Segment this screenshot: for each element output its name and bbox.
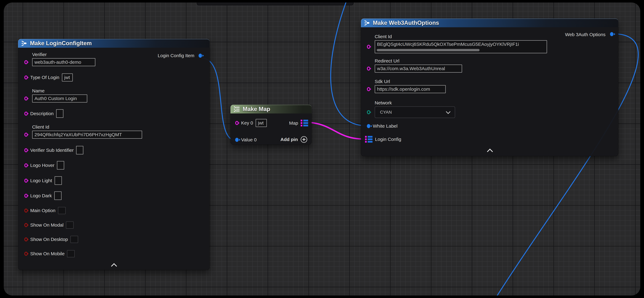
pin-label: White Label [373,123,398,129]
add-pin-plus-icon [301,136,307,143]
pin-label: Sdk Url [375,79,446,84]
pin-label: Show On Mobile [30,251,64,256]
main-option-checkbox[interactable] [58,207,66,214]
logo-light-field[interactable] [54,176,62,185]
offscreen-node-edge [197,2,354,5]
make-struct-icon [21,40,28,46]
client-id-field[interactable] [32,130,142,139]
collapse-node-chevron-icon[interactable] [487,148,493,154]
pin-label: Logo Dark [30,193,52,198]
pin-label: Logo Light [30,178,52,184]
input-pin-login-config[interactable] [365,136,372,143]
network-selected-value: CYAN [380,110,392,115]
input-pin-network[interactable] [367,110,370,114]
show-on-desktop-checkbox[interactable] [70,236,78,243]
output-pin-label: Web 3Auth Options [565,32,606,37]
add-pin-button[interactable]: Add pin [280,136,307,143]
node-title: Make Map [243,106,270,112]
input-pin-verifier-sub-identifier[interactable] [24,148,28,152]
input-pin-main-option[interactable] [24,208,28,212]
input-pin-redirect-url[interactable] [367,66,370,70]
node-make-map: Make Map Key 0 Map Value 0 Add pin [230,105,312,145]
pin-label: Type Of Login [30,75,60,80]
input-pin-value0[interactable] [235,138,238,142]
output-pin-label: Map [289,120,298,126]
wire-map-to-login-config[interactable] [304,122,364,139]
make-struct-icon [364,20,370,26]
input-pin-verifier[interactable] [24,60,28,64]
description-field[interactable] [56,109,64,118]
input-pin-client-id[interactable] [367,45,370,49]
logo-hover-field[interactable] [57,161,64,170]
input-pin-type-of-login[interactable] [24,76,28,80]
input-pin-logo-dark[interactable] [24,194,28,198]
input-pin-logo-hover[interactable] [24,163,28,168]
client-id-field[interactable]: BEglQSgt4cUWcj6SKRdu5QkOXTsePmMcusG5EAoy… [375,40,547,53]
pin-label: Main Option [30,208,56,213]
input-pin-logo-light[interactable] [24,178,28,183]
collapse-node-chevron-icon[interactable] [111,263,117,269]
input-pin-name[interactable] [24,96,28,100]
chevron-down-icon [446,109,450,114]
name-field[interactable] [32,94,87,102]
input-pin-show-on-modal[interactable] [24,223,28,227]
pin-label: Client Id [375,34,547,40]
add-pin-label: Add pin [280,137,298,142]
node-make-web3authoptions: Make Web3AuthOptions Web 3Auth Options C… [361,18,618,156]
network-dropdown[interactable]: CYAN [375,106,455,118]
verifier-sub-identifier-field[interactable] [76,146,84,154]
input-pin-key0[interactable] [235,121,238,125]
pin-label: Verifier [32,52,96,57]
logo-dark-field[interactable] [54,192,62,200]
output-pin-login-config-item[interactable] [198,54,202,58]
client-id-value: BEglQSgt4cUWcj6SKRdu5QkOXTsePmMcusG5EAoy… [377,41,519,48]
show-on-mobile-checkbox[interactable] [67,250,75,257]
redirect-url-field[interactable] [375,64,462,73]
node-title: Make Web3AuthOptions [373,20,439,26]
node-make-web3authoptions-header[interactable]: Make Web3AuthOptions [361,18,618,27]
horizontal-scrollbar-thumb[interactable] [377,49,480,51]
node-make-loginconfigitem-header[interactable]: Make LoginConfigItem [18,39,210,48]
input-pin-show-on-mobile[interactable] [24,252,28,256]
make-map-icon [233,106,240,112]
pin-label: Show On Desktop [30,236,68,242]
pin-label: Logo Hover [30,162,54,168]
pin-label: Network [375,100,455,106]
input-pin-show-on-desktop[interactable] [24,237,28,242]
blueprint-graph-canvas[interactable]: Make LoginConfigItem Login Config Item V… [4,2,640,296]
pin-label: Value 0 [241,137,257,142]
pin-label: Client Id [32,124,142,130]
pin-label: Description [30,111,54,116]
pin-label: Name [32,88,87,94]
input-pin-white-label[interactable] [367,124,370,128]
pin-label: Key 0 [241,120,253,126]
input-pin-description[interactable] [24,112,28,116]
node-make-map-header[interactable]: Make Map [230,105,312,114]
key0-field[interactable] [256,119,267,127]
pin-label: Show On Modal [30,222,64,228]
pin-label: Verifier Sub Identifier [30,148,74,153]
pin-label: Login Config [375,136,401,142]
node-make-loginconfigitem: Make LoginConfigItem Login Config Item V… [18,39,210,270]
output-pin-web3auth-options[interactable] [610,32,614,36]
node-title: Make LoginConfigItem [30,40,92,46]
input-pin-client-id[interactable] [24,133,28,137]
output-pin-label: Login Config Item [158,53,194,58]
output-pin-map[interactable] [301,120,308,127]
pin-label: Redirect Url [375,58,462,64]
type-of-login-field[interactable] [62,74,73,82]
verifier-field[interactable] [32,58,96,66]
sdk-url-field[interactable] [375,85,446,93]
input-pin-sdk-url[interactable] [367,87,370,91]
show-on-modal-checkbox[interactable] [66,222,74,229]
